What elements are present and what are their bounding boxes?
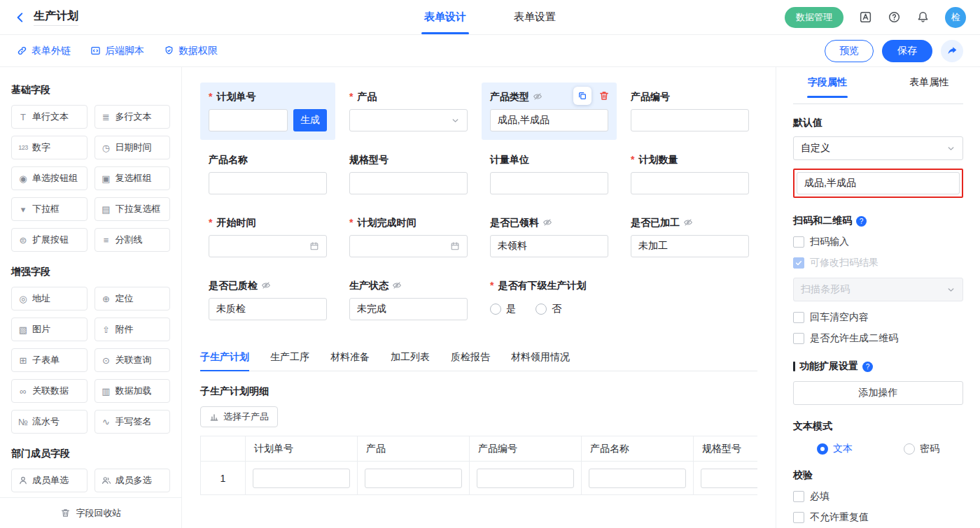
- help-icon[interactable]: [888, 10, 901, 24]
- field-quality-checked[interactable]: 是否已质检: [200, 271, 335, 329]
- field-spec-model[interactable]: 规格型号: [341, 145, 476, 203]
- select-sub-product-button[interactable]: 选择子产品: [200, 406, 278, 427]
- preview-button[interactable]: 预览: [825, 40, 874, 62]
- field-finish-time[interactable]: *计划完成时间: [341, 208, 476, 266]
- material-received-input[interactable]: [490, 235, 608, 257]
- add-action-button[interactable]: 添加操作: [793, 381, 963, 405]
- sidebar-item-data-load[interactable]: ▥数据加载: [94, 379, 171, 403]
- field-plan-quantity[interactable]: *计划数量: [622, 145, 757, 203]
- sidebar-item-datetime[interactable]: ◷日期时间: [94, 136, 171, 159]
- sidebar-item-related-data[interactable]: ∞关联数据: [11, 379, 88, 403]
- notifications-bell-icon[interactable]: [916, 10, 930, 24]
- tab-production-process[interactable]: 生产工序: [270, 345, 309, 371]
- field-plan-number[interactable]: *计划单号 生成: [200, 83, 335, 140]
- sidebar-item-single-line-text[interactable]: T单行文本: [11, 105, 88, 129]
- field-product-type[interactable]: 产品类型: [482, 83, 617, 140]
- field-production-status[interactable]: 生产状态: [341, 271, 476, 329]
- processed-input[interactable]: [631, 235, 749, 257]
- copy-field-button[interactable]: [573, 87, 592, 105]
- field-product[interactable]: *产品: [341, 83, 476, 140]
- data-permission-link[interactable]: 数据权限: [164, 45, 218, 57]
- sidebar-item-member-single[interactable]: 成员单选: [11, 469, 88, 492]
- tab-processing-list[interactable]: 加工列表: [391, 345, 430, 371]
- tab-material-usage[interactable]: 材料领用情况: [511, 345, 570, 371]
- cell-product-code-input[interactable]: [477, 469, 574, 488]
- quality-checked-input[interactable]: [209, 298, 327, 320]
- tab-sub-production-plan[interactable]: 子生产计划: [200, 345, 249, 371]
- tab-form-properties[interactable]: 表单属性: [878, 67, 980, 98]
- default-value-input[interactable]: [797, 172, 960, 194]
- sidebar-item-address[interactable]: ◎地址: [11, 287, 88, 311]
- text-mode-radio-password[interactable]: 密码: [904, 443, 939, 455]
- product-code-input[interactable]: [631, 109, 749, 131]
- sidebar-item-divider[interactable]: ≡分割线: [94, 228, 171, 252]
- help-icon[interactable]: ?: [856, 216, 867, 227]
- required-checkbox[interactable]: 必填: [793, 490, 963, 503]
- sidebar-item-attachment[interactable]: ⇧附件: [94, 317, 171, 341]
- cell-product-input[interactable]: [365, 469, 462, 488]
- sidebar-item-radio-group[interactable]: ◉单选按钮组: [11, 166, 88, 190]
- tab-field-properties[interactable]: 字段属性: [776, 67, 878, 98]
- scan-input-checkbox[interactable]: 扫码输入: [793, 236, 963, 248]
- no-duplicate-checkbox[interactable]: 不允许重复值: [793, 511, 963, 524]
- product-select[interactable]: [349, 109, 468, 131]
- sidebar-item-dropdown[interactable]: ▾下拉框: [11, 197, 88, 221]
- plan-number-input[interactable]: [209, 109, 288, 131]
- enter-clear-checkbox[interactable]: 回车清空内容: [793, 311, 963, 324]
- back-button[interactable]: [14, 11, 27, 24]
- production-status-input[interactable]: [349, 298, 468, 320]
- product-type-input[interactable]: [490, 109, 608, 131]
- field-unit[interactable]: 计量单位: [482, 145, 617, 203]
- sidebar-item-multiline-text[interactable]: ≣多行文本: [94, 105, 171, 129]
- sidebar-item-member-multi[interactable]: 成员多选: [94, 469, 171, 492]
- radio-no[interactable]: 否: [536, 303, 561, 315]
- cell-spec-model-input[interactable]: [701, 469, 757, 488]
- radio-yes[interactable]: 是: [490, 303, 516, 315]
- sidebar-item-signature[interactable]: ∿手写签名: [94, 410, 171, 434]
- field-product-code[interactable]: 产品编号: [622, 83, 757, 140]
- sidebar-item-number[interactable]: 123数字: [11, 136, 88, 159]
- tab-form-settings[interactable]: 表单设置: [511, 0, 559, 34]
- user-avatar[interactable]: 检: [945, 7, 966, 28]
- delete-field-button[interactable]: [598, 90, 610, 101]
- unit-input[interactable]: [490, 172, 608, 194]
- form-external-link[interactable]: 表单外链: [17, 45, 71, 57]
- help-icon[interactable]: ?: [862, 362, 873, 372]
- data-manage-button[interactable]: 数据管理: [785, 7, 844, 28]
- field-product-name[interactable]: 产品名称: [200, 145, 335, 203]
- share-button[interactable]: [941, 40, 963, 62]
- allow-qr-checkbox[interactable]: 是否允许生成二维码: [793, 332, 963, 345]
- finish-time-input[interactable]: [349, 235, 468, 257]
- table-row: 1: [201, 462, 758, 495]
- save-button[interactable]: 保存: [882, 40, 932, 62]
- sidebar-item-extend-button[interactable]: ⊜扩展按钮: [11, 228, 88, 252]
- sidebar-item-image[interactable]: ▧图片: [11, 317, 88, 341]
- backend-script-link[interactable]: 后端脚本: [90, 45, 144, 57]
- sidebar-item-related-query[interactable]: ⊙关联查询: [94, 348, 171, 372]
- field-material-received[interactable]: 是否已领料: [482, 208, 617, 266]
- scan-editable-checkbox[interactable]: 可修改扫码结果: [793, 257, 963, 269]
- cell-plan-number-input[interactable]: [253, 469, 350, 488]
- tab-material-prep[interactable]: 材料准备: [330, 345, 370, 371]
- tab-form-design[interactable]: 表单设计: [421, 0, 469, 34]
- language-icon[interactable]: [859, 10, 872, 24]
- product-name-input[interactable]: [209, 172, 327, 194]
- field-recycle-bin[interactable]: 字段回收站: [0, 497, 181, 528]
- spec-model-input[interactable]: [349, 172, 468, 194]
- form-title[interactable]: 生产计划: [34, 9, 78, 26]
- field-processed[interactable]: 是否已加工: [622, 208, 757, 266]
- field-has-sub-plan[interactable]: *是否有下级生产计划 是 否: [482, 271, 757, 329]
- sidebar-item-dropdown-multi[interactable]: ▤下拉复选框: [94, 197, 171, 221]
- start-time-input[interactable]: [209, 235, 327, 257]
- field-start-time[interactable]: *开始时间: [200, 208, 335, 266]
- tab-quality-report[interactable]: 质检报告: [451, 345, 490, 371]
- text-mode-radio-text[interactable]: 文本: [817, 443, 853, 455]
- plan-quantity-input[interactable]: [631, 172, 749, 194]
- cell-product-name-input[interactable]: [589, 469, 686, 488]
- default-value-type-select[interactable]: 自定义: [793, 136, 963, 160]
- generate-button[interactable]: 生成: [293, 109, 327, 131]
- sidebar-item-checkbox-group[interactable]: ▣复选框组: [94, 166, 171, 190]
- sidebar-item-location[interactable]: ⊕定位: [94, 287, 171, 311]
- sidebar-item-serial-number[interactable]: №流水号: [11, 410, 88, 434]
- sidebar-item-subform[interactable]: ⊞子表单: [11, 348, 88, 372]
